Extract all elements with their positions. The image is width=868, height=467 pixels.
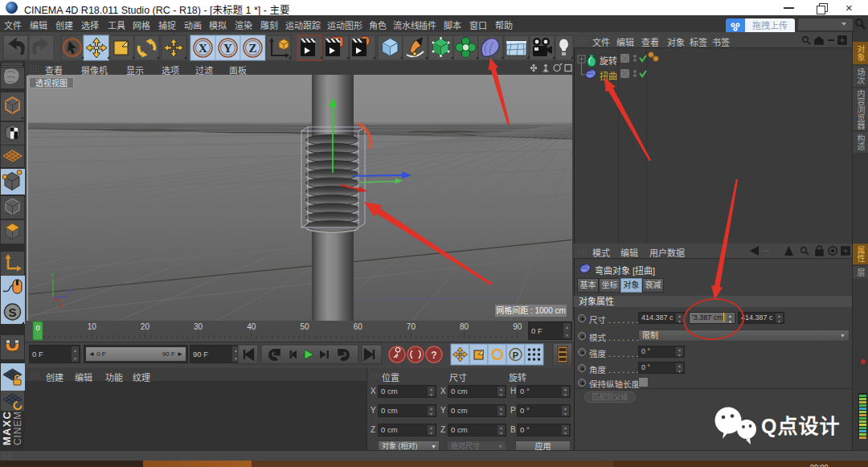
svg-text:Q点设计: Q点设计 [761, 415, 840, 437]
